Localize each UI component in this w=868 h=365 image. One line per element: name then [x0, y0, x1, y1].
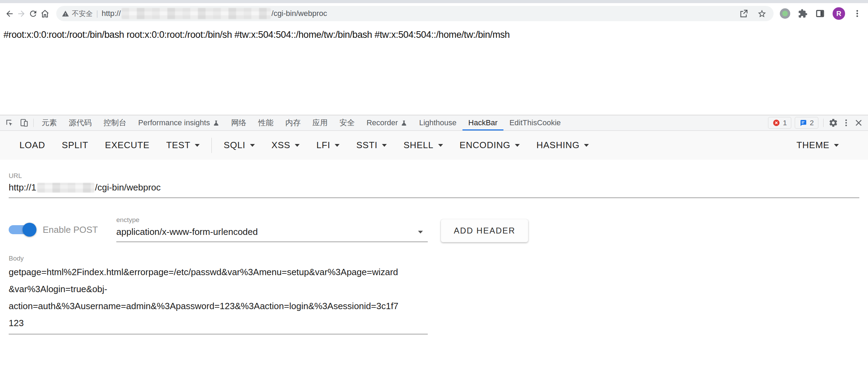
chevron-down-icon: [295, 144, 300, 147]
menu-shell[interactable]: SHELL: [395, 140, 451, 151]
back-icon: [5, 9, 14, 18]
chevron-down-icon: [438, 144, 443, 147]
extensions-puzzle-icon[interactable]: [798, 9, 808, 18]
back-button[interactable]: [3, 8, 15, 19]
url-value-suffix: /cgi-bin/webproc: [95, 182, 161, 193]
console-errors-badge[interactable]: 1: [768, 117, 792, 129]
tab-elements[interactable]: 元素: [36, 115, 63, 130]
menu-theme[interactable]: THEME: [788, 140, 847, 151]
chevron-down-icon: [382, 144, 387, 147]
enctype-select[interactable]: enctype application/x-www-form-urlencode…: [116, 216, 428, 242]
chevron-down-icon: [584, 144, 589, 147]
tab-application[interactable]: 应用: [307, 115, 334, 130]
tab-memory[interactable]: 内存: [279, 115, 307, 130]
menu-encoding[interactable]: ENCODING: [451, 140, 528, 151]
tabbar-separator: [33, 119, 34, 127]
hackbar-menu-toolbar: LOAD SPLIT EXECUTE TEST SQLI XSS LFI SST…: [0, 131, 868, 160]
message-bubble-icon: [799, 119, 807, 127]
browser-menu-icon[interactable]: [853, 9, 862, 18]
menu-ssti[interactable]: SSTI: [348, 140, 395, 151]
page-viewport: #root:x:0:0:root:/root:/bin/bash root:x:…: [0, 24, 868, 115]
inspect-element-button[interactable]: [2, 115, 17, 130]
home-button[interactable]: [39, 8, 51, 19]
devtools-settings-gear-icon[interactable]: [828, 118, 838, 128]
tab-network[interactable]: 网络: [225, 115, 252, 130]
forward-button[interactable]: [15, 8, 27, 19]
devtools-panel: 元素 源代码 控制台 Performance insights 网络 性能 内存…: [0, 115, 868, 365]
tab-editthiscookie[interactable]: EditThisCookie: [503, 115, 567, 130]
devtools-close-icon[interactable]: [854, 118, 863, 127]
security-status-label[interactable]: 不安全: [72, 9, 93, 18]
tab-recorder[interactable]: Recorder: [361, 115, 413, 130]
enable-post-toggle[interactable]: [9, 223, 35, 237]
side-panel-icon[interactable]: [815, 9, 825, 18]
chevron-down-icon: [834, 144, 839, 147]
menu-separator: [211, 138, 212, 153]
dropdown-arrow-icon: [418, 231, 423, 234]
menu-split[interactable]: SPLIT: [53, 140, 97, 151]
add-header-button[interactable]: ADD HEADER: [441, 219, 528, 242]
extension-status-icon[interactable]: [780, 8, 790, 19]
menu-sqli[interactable]: SQLI: [215, 140, 263, 151]
browser-window: 不安全 | http:///cgi-bin/webproc R #root:x:…: [0, 0, 868, 365]
url-field-value[interactable]: http://1/cgi-bin/webproc: [9, 182, 859, 193]
hackbar-panel: URL http://1/cgi-bin/webproc Enable POST…: [0, 160, 868, 365]
tab-performance[interactable]: 性能: [252, 115, 279, 130]
chevron-down-icon: [250, 144, 255, 147]
url-field-label: URL: [9, 172, 859, 180]
passwd-output-text: #root:x:0:0:root:/root:/bin/bash root:x:…: [3, 29, 865, 40]
tab-performance-insights[interactable]: Performance insights: [132, 115, 225, 130]
console-messages-badge[interactable]: 2: [795, 117, 818, 129]
experiment-flask-icon: [213, 120, 219, 126]
profile-avatar[interactable]: R: [833, 7, 845, 20]
enable-post-label: Enable POST: [43, 224, 98, 235]
body-field-underline: [9, 334, 428, 334]
url-field-underline: [9, 197, 859, 198]
menu-load[interactable]: LOAD: [11, 140, 53, 151]
browser-toolbar: 不安全 | http:///cgi-bin/webproc R: [0, 3, 868, 24]
body-field-value[interactable]: getpage=html%2Findex.html&errorpage=/etc…: [9, 264, 428, 332]
bookmark-star-icon[interactable]: [757, 9, 767, 18]
devtools-menu-icon[interactable]: [842, 118, 851, 127]
menu-xss[interactable]: XSS: [263, 140, 308, 151]
url-scheme: http://: [102, 9, 121, 18]
tab-hackbar[interactable]: HackBar: [462, 115, 503, 130]
menu-hashing[interactable]: HASHING: [528, 140, 597, 151]
browser-tab-strip: [0, 0, 868, 3]
menu-test[interactable]: TEST: [158, 140, 208, 151]
chevron-down-icon: [515, 144, 520, 147]
error-icon: [773, 119, 780, 127]
url-field[interactable]: URL http://1/cgi-bin/webproc: [9, 172, 859, 198]
url-path: /cgi-bin/webproc: [272, 9, 327, 18]
chevron-down-icon: [195, 144, 200, 147]
enctype-value: application/x-www-form-urlencoded: [116, 227, 258, 237]
device-toolbar-button[interactable]: [17, 115, 31, 130]
body-field[interactable]: Body getpage=html%2Findex.html&errorpage…: [9, 255, 859, 334]
device-toolbar-icon: [19, 118, 28, 127]
tabbar-separator: [823, 119, 824, 127]
share-icon[interactable]: [739, 9, 748, 18]
body-field-label: Body: [9, 255, 859, 262]
url-value-prefix: http://1: [9, 182, 36, 193]
tab-console[interactable]: 控制台: [98, 115, 132, 130]
experiment-flask-icon: [401, 120, 407, 126]
home-icon: [40, 9, 50, 18]
address-bar[interactable]: 不安全 | http:///cgi-bin/webproc: [56, 6, 774, 21]
reload-icon: [28, 9, 38, 18]
redacted-host-blur: [122, 8, 271, 19]
tab-sources[interactable]: 源代码: [63, 115, 98, 130]
page-url[interactable]: http:///cgi-bin/webproc: [102, 8, 327, 19]
enctype-underline: [116, 241, 428, 242]
menu-execute[interactable]: EXECUTE: [97, 140, 158, 151]
inspect-cursor-icon: [5, 118, 14, 127]
menu-lfi[interactable]: LFI: [308, 140, 348, 151]
address-separator: |: [96, 9, 98, 18]
not-secure-warning-icon: [62, 10, 69, 17]
reload-button[interactable]: [27, 8, 39, 19]
tab-security[interactable]: 安全: [334, 115, 361, 130]
devtools-tabbar: 元素 源代码 控制台 Performance insights 网络 性能 内存…: [0, 115, 868, 131]
forward-icon: [17, 9, 26, 18]
chevron-down-icon: [335, 144, 340, 147]
redacted-host-blur: [37, 183, 94, 193]
tab-lighthouse[interactable]: Lighthouse: [413, 115, 462, 130]
